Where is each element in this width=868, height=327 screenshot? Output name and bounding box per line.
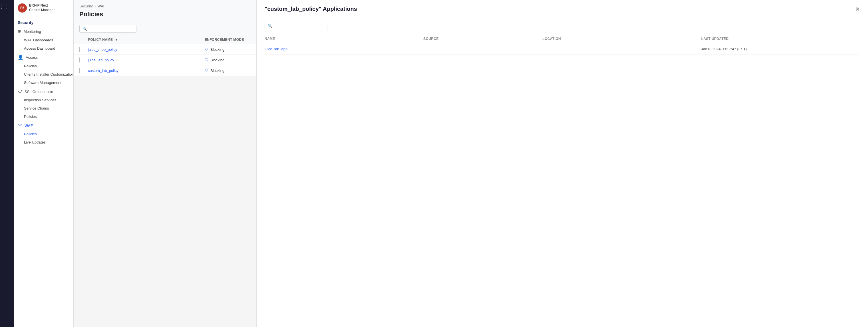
policy-name-link[interactable]: juice_shop_policy <box>88 47 205 52</box>
modal-col-name: Name <box>265 37 423 41</box>
modal-last-updated: Jan 8, 2024 09:17:47 (EST) <box>701 47 860 51</box>
search-input[interactable] <box>89 27 133 31</box>
policy-name-link[interactable]: juice_lab_policy <box>88 58 205 62</box>
sidebar: F5 BIG-IP Next Central Manager Security … <box>14 0 74 327</box>
sidebar-item-ssl-policies[interactable]: Policies <box>14 112 73 121</box>
sidebar-item-waf-policies[interactable]: Policies <box>14 130 73 138</box>
logo-icon: F5 <box>18 3 27 12</box>
section-access[interactable]: 👤 Access <box>14 53 73 62</box>
access-icon: 👤 <box>18 55 23 60</box>
sidebar-item-waf-dashboards[interactable]: WAF Dashboards <box>14 36 73 44</box>
modal-close-button[interactable]: ✕ <box>855 6 860 12</box>
table-row: juice_shop_policy 🛡 Blocking <box>74 44 256 55</box>
enforcement-cell: 🛡 Blocking <box>205 47 250 52</box>
modal-col-source: Source <box>423 37 542 41</box>
shield-icon: 🛡 <box>205 58 209 62</box>
sidebar-item-live-updates[interactable]: Live Updates <box>14 138 73 146</box>
col-header-enforcement: Enforcement Mode <box>205 38 250 42</box>
page-title: Policies <box>74 9 256 22</box>
modal-table-header: Name Source Location Last Updated <box>265 35 860 43</box>
section-title-security: Security <box>14 16 73 27</box>
section-waf[interactable]: 〰 WAF <box>14 121 73 130</box>
applications-modal: "custom_lab_policy" Applications ✕ 🔍 Nam… <box>256 0 868 327</box>
modal-search-area: 🔍 <box>257 17 868 35</box>
section-ssl-orchestrator[interactable]: 🛡 SSL Orchestrator <box>14 87 73 96</box>
search-bar[interactable]: 🔍 <box>79 25 136 33</box>
shield-icon: 🛡 <box>205 68 209 73</box>
row-checkbox[interactable] <box>79 68 80 73</box>
enforcement-cell: 🛡 Blocking <box>205 58 250 62</box>
sidebar-item-service-chains[interactable]: Service Chains <box>14 104 73 112</box>
modal-search-input[interactable] <box>274 24 324 28</box>
row-checkbox[interactable] <box>79 57 80 63</box>
modal-table-row: juice_lab_app Jan 8, 2024 09:17:47 (EST) <box>265 43 860 55</box>
modal-col-location: Location <box>542 37 701 41</box>
modal-table: Name Source Location Last Updated juice_… <box>257 35 868 327</box>
shield-icon: 🛡 <box>205 47 209 52</box>
modal-app-name[interactable]: juice_lab_app <box>265 47 423 51</box>
search-icon: 🔍 <box>83 27 87 31</box>
modal-search-bar[interactable]: 🔍 <box>265 22 328 30</box>
main-content: Security › WAF Policies 🔍 Policy Name ▼ … <box>74 0 868 327</box>
modal-col-last-updated: Last Updated <box>701 37 860 41</box>
table-row: juice_lab_policy 🛡 Blocking <box>74 55 256 65</box>
sidebar-item-clients-installer[interactable]: Clients Installer Customization <box>14 70 73 78</box>
table-row: custom_lab_policy 🛡 Blocking <box>74 65 256 76</box>
modal-header: "custom_lab_policy" Applications ✕ <box>257 0 868 17</box>
app-bar: ⋮⋮⋮ <box>0 0 14 327</box>
policies-panel: Security › WAF Policies 🔍 Policy Name ▼ … <box>74 0 256 76</box>
table-header: Policy Name ▼ Enforcement Mode <box>74 35 256 44</box>
select-all-header <box>79 38 88 42</box>
row-checkbox[interactable] <box>79 47 80 52</box>
modal-title: "custom_lab_policy" Applications <box>265 6 357 12</box>
sidebar-item-access-dashboard[interactable]: Access Dashboard <box>14 44 73 53</box>
sidebar-item-inspection-services[interactable]: Inspection Services <box>14 96 73 104</box>
policies-table: Policy Name ▼ Enforcement Mode juice_sho… <box>74 35 256 76</box>
sidebar-item-software-management[interactable]: Software Management <box>14 78 73 87</box>
monitoring-icon: ⊞ <box>18 29 22 34</box>
modal-search-icon: 🔍 <box>268 24 272 28</box>
col-header-name[interactable]: Policy Name ▼ <box>88 38 205 42</box>
section-monitoring[interactable]: ⊞ Monitoring <box>14 27 73 36</box>
sort-arrow-icon[interactable]: ▼ <box>115 38 118 41</box>
waf-icon: 〰 <box>18 123 22 128</box>
breadcrumb: Security › WAF <box>74 0 256 9</box>
enforcement-cell: 🛡 Blocking <box>205 68 250 73</box>
sidebar-item-access-policies[interactable]: Policies <box>14 62 73 70</box>
ssl-icon: 🛡 <box>18 89 22 94</box>
sidebar-logo: F5 BIG-IP Next Central Manager <box>14 0 73 16</box>
breadcrumb-separator: › <box>94 4 96 8</box>
search-bar-wrapper: 🔍 <box>74 22 256 35</box>
grid-icon[interactable]: ⋮⋮⋮ <box>0 3 14 10</box>
policy-name-link[interactable]: custom_lab_policy <box>88 68 205 73</box>
logo-text: BIG-IP Next Central Manager <box>29 3 55 12</box>
